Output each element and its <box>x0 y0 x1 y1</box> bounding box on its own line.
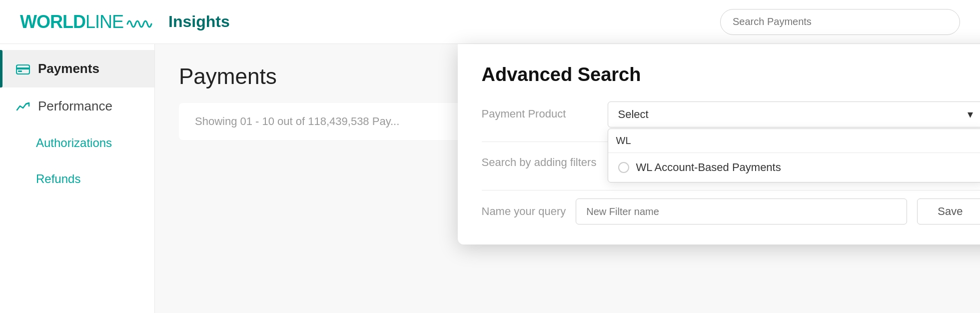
trend-icon <box>16 101 30 112</box>
sidebar: Payments Performance Authorizations Refu… <box>0 44 155 313</box>
save-button[interactable]: Save <box>917 198 980 224</box>
sidebar-item-authorizations[interactable]: Authorizations <box>0 125 154 161</box>
logo-area: WORLDLINE Insights <box>20 12 230 32</box>
header: WORLDLINE Insights <box>0 0 980 44</box>
chevron-down-icon: ▾ <box>968 108 973 121</box>
payment-product-select[interactable]: Select ▾ <box>608 102 980 128</box>
name-query-label: Name your query <box>482 205 566 218</box>
svg-rect-1 <box>16 68 29 70</box>
header-search-area <box>720 9 960 35</box>
search-input[interactable] <box>720 9 960 35</box>
dropdown-option-label: WL Account-Based Payments <box>636 161 781 174</box>
logo-wave-icon <box>126 14 152 28</box>
sidebar-payments-label: Payments <box>38 61 99 76</box>
payment-product-field: Select ▾ WL WL Account-Based Payments <box>608 102 980 128</box>
radio-button-wl-account[interactable] <box>618 162 629 173</box>
advanced-search-title: Advanced Search <box>482 64 980 86</box>
sidebar-refunds-label: Refunds <box>36 172 80 186</box>
select-dropdown: WL WL Account-Based Payments <box>608 128 980 182</box>
payment-product-label: Payment Product <box>482 102 592 120</box>
logo-world-text: WORLD <box>20 12 85 32</box>
name-query-row: Name your query Save <box>482 198 980 224</box>
sidebar-item-payments[interactable]: Payments <box>0 50 154 88</box>
sidebar-item-refunds[interactable]: Refunds <box>0 161 154 197</box>
worldline-logo: WORLDLINE <box>20 12 152 32</box>
sidebar-performance-label: Performance <box>38 98 112 114</box>
showing-count: Showing 01 - 10 out of 118,439,538 Pay..… <box>195 115 399 128</box>
card-icon <box>16 64 30 74</box>
logo-line-text: LINE <box>85 12 123 32</box>
sidebar-item-performance[interactable]: Performance <box>0 88 154 125</box>
advanced-search-panel: Advanced Search Payment Product Select ▾… <box>458 44 980 244</box>
svg-rect-2 <box>18 70 22 72</box>
dropdown-search-value: WL <box>608 129 980 153</box>
filters-label: Search by adding filters <box>482 150 597 169</box>
app-title: Insights <box>168 12 230 31</box>
sidebar-authorizations-label: Authorizations <box>36 136 112 150</box>
select-placeholder: Select <box>618 108 649 121</box>
main-layout: Payments Performance Authorizations Refu… <box>0 44 980 313</box>
filter-name-input[interactable] <box>576 198 907 224</box>
divider-2 <box>482 190 980 190</box>
payment-product-row: Payment Product Select ▾ WL WL Account-B… <box>482 102 980 128</box>
dropdown-option-wl-account[interactable]: WL Account-Based Payments <box>608 153 980 182</box>
content-area: Payments Showing 01 - 10 out of 118,439,… <box>155 44 980 313</box>
